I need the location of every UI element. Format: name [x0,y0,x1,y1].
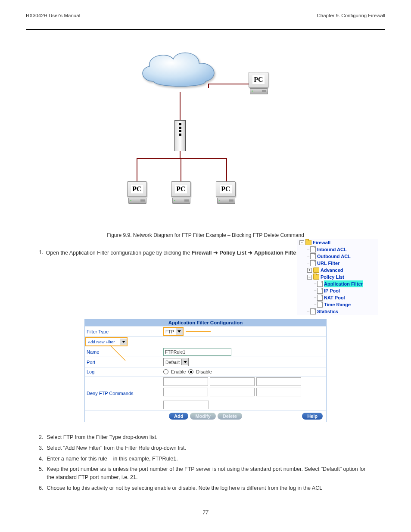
folder-icon [313,274,319,280]
chevron-down-icon[interactable] [181,359,188,365]
modify-button[interactable]: Modify [190,413,215,420]
tree-item-policy-list[interactable]: − Policy List [297,274,378,280]
tree-item-time-range[interactable]: ┈ Time Range [297,301,378,308]
panel-title: Application Filter Configuration [85,319,326,326]
chevron-down-icon[interactable] [120,339,127,345]
folder-icon [313,268,319,273]
document-icon [310,246,316,252]
log-enable-label: Enable [171,369,186,374]
port-select[interactable]: Default [163,358,189,366]
step-4: 4.Enter a name for this rule – in this e… [39,455,372,463]
tree-item-url-filter[interactable]: ┈ URL Filter [297,260,378,267]
tree-item-firewall[interactable]: − Firewall [297,239,378,246]
step-6: 6.Choose to log this activity or not by … [39,484,372,492]
help-button[interactable]: Help [302,413,323,420]
arrow-icon: ➜ [248,250,252,256]
tree-item-inbound-acl[interactable]: ┈ Inbound ACL [297,246,378,253]
deny-cmd-input[interactable] [210,388,255,396]
document-icon [310,260,316,266]
log-disable-label: Disable [196,369,212,374]
deny-cmd-input[interactable] [163,401,209,409]
log-enable-radio[interactable] [163,369,168,374]
chevron-down-icon[interactable] [176,328,183,335]
pc-icon: PC [127,181,148,204]
figure-caption: Figure 9.9. Network Diagram for FTP Filt… [26,232,385,238]
name-label: Name [85,348,162,355]
pc-icon: PC [249,72,269,94]
document-icon [317,302,323,308]
deny-cmd-input[interactable] [256,377,301,386]
tree-item-outbound-acl[interactable]: ┈ Outbound ACL [297,253,378,260]
filter-type-label: Filter Type [85,328,162,335]
tree-item-advanced[interactable]: + Advanced [297,267,378,274]
tree-item-statistics[interactable]: ┈ Statistics [297,308,378,315]
name-input[interactable]: FTPRule1 [163,348,231,356]
header-right: Chapter 9. Configuring Firewall [317,13,385,18]
deny-cmd-input[interactable] [163,388,208,396]
document-icon [317,288,323,294]
deny-commands-label: Deny FTP Commands [85,390,162,397]
cloud-icon [137,47,223,96]
step-3: 3.Select "Add New Filter" from the Filte… [39,444,372,452]
pc-icon: PC [216,181,237,204]
tree-item-nat-pool[interactable]: ┈ NAT Pool [297,294,378,301]
tree-item-ip-pool[interactable]: ┈ IP Pool [297,287,378,294]
log-disable-radio[interactable] [188,369,193,374]
deny-cmd-input[interactable] [256,388,301,396]
port-label: Port [85,359,162,366]
folder-icon [305,240,311,245]
document-icon [317,295,323,301]
arrow-icon: ➜ [213,250,218,256]
page-number: 77 [26,510,385,516]
document-icon [310,253,316,259]
header-left: RX3042H User's Manual [26,13,80,18]
expand-icon[interactable]: + [307,268,312,273]
header-rule [26,29,385,30]
collapse-icon[interactable]: − [299,240,304,245]
network-diagram: PC PC PC PC [124,47,287,219]
document-icon [310,308,316,314]
callout-line [186,331,211,332]
router-icon [174,120,186,151]
log-label: Log [85,368,162,375]
collapse-icon[interactable]: − [307,275,312,280]
step-5: 5.Keep the port number as is unless the … [39,465,372,482]
delete-button[interactable]: Delete [218,413,242,420]
config-panel: Application Filter Configuration Filter … [84,319,327,422]
deny-cmd-input[interactable] [163,377,208,386]
filter-rule-select[interactable]: Add New Filter [86,338,127,346]
deny-cmd-input[interactable] [210,377,255,386]
step-2: 2.Select FTP from the Filter Type drop-d… [39,433,372,442]
filter-type-select[interactable]: FTP [163,327,183,336]
pc-icon: PC [171,181,192,204]
add-button[interactable]: Add [169,413,188,420]
tree-item-application-filter[interactable]: ┈ Application Filter [297,280,378,287]
nav-tree: − Firewall ┈ Inbound ACL ┈ Outbound ACL … [296,239,378,315]
document-icon [317,281,323,287]
deny-commands-grid [163,377,301,396]
